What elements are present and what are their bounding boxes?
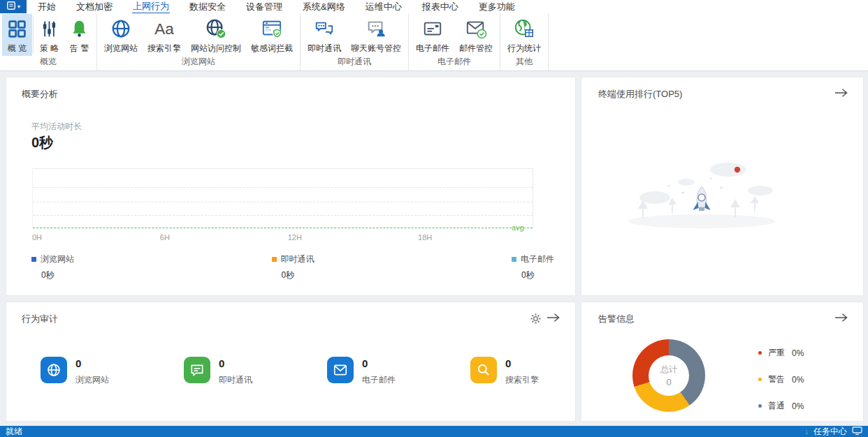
mail-icon xyxy=(422,17,443,40)
legend-dot xyxy=(758,404,762,408)
monitor-icon[interactable] xyxy=(852,427,862,437)
ribbon-button-label: 浏览网站 xyxy=(104,43,138,54)
titlebar: ▾ 开始 文档加密 上网行为 数据安全 设备管理 系统&网络 运维中心 报表中心… xyxy=(0,0,868,13)
x-tick: 6H xyxy=(160,233,170,242)
x-tick: 12H xyxy=(288,233,302,242)
legend-item-browse-website: 浏览网站 0秒 xyxy=(31,253,74,281)
legend-label: 普通 xyxy=(768,400,785,412)
donut-center-label: 总计 xyxy=(660,364,677,376)
alarm-legend-critical: 严重 0% xyxy=(758,347,804,359)
tab-more-features[interactable]: 更多功能 xyxy=(478,0,516,13)
ribbon-button-email[interactable]: 电子邮件 xyxy=(411,14,454,56)
ribbon-button-label: 概 览 xyxy=(8,43,27,54)
audit-label: 搜索引擎 xyxy=(505,374,539,386)
tab-data-security[interactable]: 数据安全 xyxy=(189,0,226,13)
chart-gridline xyxy=(33,202,533,202)
ribbon-button-label: 网站访问控制 xyxy=(191,43,241,54)
x-axis: 0H 6H 12H 18H xyxy=(32,233,533,243)
legend-label: 电子邮件 xyxy=(521,253,554,265)
ribbon-button-label: 行为统计 xyxy=(507,43,541,54)
alarm-donut-chart: 总计 0 xyxy=(632,339,705,412)
audit-count: 0 xyxy=(505,357,539,369)
ribbon-toolbar: 概 览 策 略 告 警 概览 浏览网站 xyxy=(0,13,868,71)
ribbon-group-label: 其他 xyxy=(500,56,548,71)
audit-label: 即时通讯 xyxy=(219,374,252,386)
ribbon-button-website-access-control[interactable]: 网站访问控制 xyxy=(186,14,246,56)
app-menu-icon xyxy=(6,1,16,13)
chat-icon xyxy=(184,357,210,383)
ribbon-button-chat-account-control[interactable]: 聊天账号管控 xyxy=(346,14,406,56)
legend-value: 0秒 xyxy=(282,269,314,281)
legend-pct: 0% xyxy=(792,348,804,358)
ribbon-group-label: 浏览网站 xyxy=(97,56,300,71)
globe-icon xyxy=(41,357,67,383)
empty-state-illustration xyxy=(623,154,784,235)
ribbon-button-browse-website[interactable]: 浏览网站 xyxy=(99,14,143,56)
ribbon-button-behavior-stats[interactable]: 行为统计 xyxy=(502,14,546,56)
avg-line-label: avg xyxy=(512,223,524,232)
ribbon-button-im[interactable]: 即时通讯 xyxy=(303,14,346,56)
ribbon-button-email-control[interactable]: 邮件管控 xyxy=(454,14,498,56)
ribbon-group-overview: 概 览 策 略 告 警 概览 xyxy=(0,13,97,71)
legend-value: 0秒 xyxy=(41,269,74,281)
chart-gridline xyxy=(33,215,533,216)
gear-icon[interactable] xyxy=(530,313,542,325)
chevron-down-icon: ▾ xyxy=(17,4,20,10)
arrow-right-icon[interactable] xyxy=(834,88,848,98)
ribbon-button-sensitive-word-block[interactable]: 敏感词拦截 xyxy=(246,14,298,56)
legend-label: 即时通讯 xyxy=(281,253,314,265)
audit-item-browse-website[interactable]: 0 浏览网站 xyxy=(41,357,184,386)
audit-label: 浏览网站 xyxy=(75,374,109,386)
tab-device-management[interactable]: 设备管理 xyxy=(245,0,283,13)
audit-count: 0 xyxy=(362,357,396,369)
summary-analysis-card: 概要分析 平均活动时长 0秒 avg 0H 6H 12H 18H 浏览网站 0秒… xyxy=(6,77,576,296)
audit-label: 电子邮件 xyxy=(362,374,396,386)
ribbon-button-label: 敏感词拦截 xyxy=(251,43,293,54)
tab-report-center[interactable]: 报表中心 xyxy=(421,0,459,13)
avg-line xyxy=(33,228,533,228)
card-title: 概要分析 xyxy=(22,88,58,101)
font-icon: Aa xyxy=(152,17,176,40)
ribbon-button-overview[interactable]: 概 览 xyxy=(2,14,32,56)
legend-pct: 0% xyxy=(792,401,804,411)
terminal-ranking-card: 终端使用排行(TOP5) xyxy=(581,77,864,296)
browser-shield-icon xyxy=(261,17,282,40)
chat-user-icon xyxy=(366,17,386,40)
globe-icon xyxy=(110,17,131,40)
chat-icon xyxy=(314,17,335,40)
ribbon-button-policy[interactable]: 策 略 xyxy=(34,14,64,56)
x-tick: 0H xyxy=(32,233,42,242)
arrow-right-icon[interactable] xyxy=(547,313,560,323)
metric-value: 0秒 xyxy=(31,133,53,152)
tab-document-encryption[interactable]: 文档加密 xyxy=(75,0,113,13)
tab-ops-center[interactable]: 运维中心 xyxy=(365,0,403,13)
tab-system-network[interactable]: 系统&网络 xyxy=(302,0,346,13)
ribbon-button-search-engine[interactable]: Aa 搜索引擎 xyxy=(143,14,186,56)
donut-center-value: 0 xyxy=(666,377,671,387)
card-title: 行为审计 xyxy=(22,313,58,325)
legend-dot xyxy=(758,351,762,355)
audit-item-im[interactable]: 0 即时通讯 xyxy=(184,357,327,386)
tab-internet-behavior[interactable]: 上网行为 xyxy=(132,0,170,14)
legend-dot xyxy=(758,378,762,381)
search-icon xyxy=(470,357,497,383)
x-tick: 18H xyxy=(418,233,432,242)
mail-icon xyxy=(327,357,354,383)
task-center-button[interactable]: ↓ 任务中心 xyxy=(804,426,862,437)
app-menu-button[interactable]: ▾ xyxy=(0,0,27,13)
alarm-legend-normal: 普通 0% xyxy=(758,400,804,412)
ribbon-group-browse-website: 浏览网站 Aa 搜索引擎 网站访问控制 敏感词拦截 浏览网站 xyxy=(97,13,301,71)
audit-item-email[interactable]: 0 电子邮件 xyxy=(327,357,470,386)
ribbon-button-alert[interactable]: 告 警 xyxy=(64,14,94,56)
donut-center: 总计 0 xyxy=(649,355,689,396)
main-menu: 开始 文档加密 上网行为 数据安全 设备管理 系统&网络 运维中心 报表中心 更… xyxy=(27,0,516,13)
ribbon-button-label: 搜索引擎 xyxy=(147,43,181,54)
legend-value: 0秒 xyxy=(521,269,554,281)
grid-icon xyxy=(7,17,27,40)
tab-start[interactable]: 开始 xyxy=(37,0,57,13)
audit-items: 0 浏览网站 0 即时通讯 0 电子邮件 0 搜索引擎 xyxy=(41,357,614,386)
audit-count: 0 xyxy=(219,357,252,369)
red-dot xyxy=(735,167,740,172)
legend-swatch xyxy=(272,257,277,262)
arrow-right-icon[interactable] xyxy=(834,313,848,323)
